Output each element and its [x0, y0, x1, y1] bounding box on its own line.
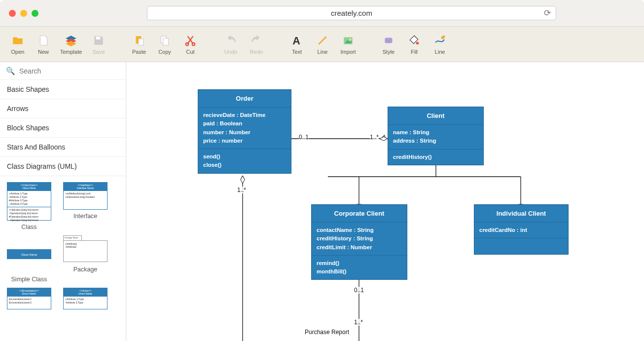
minimize-window-button[interactable] [20, 10, 27, 17]
svg-point-9 [192, 43, 195, 45]
line2-button[interactable]: Line [427, 34, 453, 55]
svg-rect-5 [139, 39, 143, 45]
svg-marker-23 [241, 176, 245, 184]
url-text: creately.com [331, 9, 372, 17]
open-button[interactable]: Open [5, 34, 31, 55]
cut-icon [184, 34, 197, 47]
shape-class[interactable]: <<ClassType>>Class Name +Attribute 1:Typ… [5, 182, 53, 230]
tool-label: Import [340, 49, 356, 55]
svg-point-14 [349, 38, 351, 40]
category-item[interactable]: Block Shapes [0, 118, 126, 138]
class-member: name : String [393, 128, 478, 137]
svg-rect-3 [96, 37, 101, 39]
uml-class-order[interactable]: Order recieveDate : DateTimepaid : Boole… [198, 89, 291, 174]
class-member: number : Number [203, 128, 286, 137]
tool-label: Template [60, 49, 82, 55]
class-member: paid : Boolean [203, 119, 286, 128]
save-icon [92, 34, 105, 47]
shape-enum[interactable]: <<Enumeration>>Enum Name EnumerationLite… [5, 288, 53, 309]
import-button[interactable]: Import [335, 34, 361, 55]
shape-label: Package [73, 266, 98, 273]
category-item[interactable]: Class Diagrams (UML) [0, 157, 126, 176]
open-icon [11, 34, 24, 47]
class-member: creditHistory() [393, 153, 478, 161]
svg-rect-7 [163, 38, 169, 45]
svg-marker-19 [382, 135, 387, 141]
tool-label: Save [92, 49, 105, 55]
line2-icon [433, 34, 446, 47]
template-button[interactable]: Template [56, 34, 86, 55]
tool-label: Line [435, 49, 445, 55]
class-member: creditCardNo : int [479, 226, 563, 234]
diagram-canvas[interactable]: Order recieveDate : DateTimepaid : Boole… [126, 62, 644, 341]
paste-icon [133, 34, 145, 47]
class-member: close() [203, 161, 286, 169]
tool-label: Cut [186, 49, 194, 55]
line-button[interactable]: Line [310, 34, 335, 55]
save-button[interactable]: Save [86, 34, 111, 55]
class-member: remind() [317, 259, 402, 267]
multiplicity-label: 0..1 [354, 287, 364, 294]
fill-button[interactable]: Fill [401, 34, 427, 55]
multiplicity-label: 0..1 [299, 134, 309, 141]
class-member: creditHistory : String [317, 234, 402, 243]
copy-button[interactable]: Copy [152, 34, 178, 55]
cut-button[interactable]: Cut [178, 34, 203, 55]
shape-union[interactable]: <<Union>>Union Name +Attribute 1:Type-At… [61, 288, 109, 309]
shape-simple-class[interactable]: Class Name Simple Class [5, 235, 53, 283]
text-button[interactable]: AText [284, 34, 310, 55]
shape-package[interactable]: Package Name +Attribute1-Attribute2 Pack… [61, 235, 109, 283]
class-member: address : String [393, 137, 478, 145]
tool-label: New [38, 49, 49, 55]
connector-label: Purchase Report [305, 329, 349, 336]
url-bar[interactable]: creately.com ⟳ [147, 6, 556, 20]
shape-interface[interactable]: <<Interface>>Interface Name +doMethod(st… [61, 182, 109, 230]
undo-icon [224, 34, 237, 47]
svg-point-16 [416, 42, 419, 44]
shape-label: Class [21, 224, 36, 230]
svg-marker-22 [241, 176, 245, 180]
tool-label: Fill [411, 49, 418, 55]
copy-icon [158, 34, 171, 47]
tool-label: Undo [224, 49, 237, 55]
paste-button[interactable]: Paste [126, 34, 152, 55]
category-item[interactable]: Stars And Balloons [0, 138, 126, 157]
class-title: Client [388, 107, 483, 125]
new-button[interactable]: New [31, 34, 56, 55]
class-title: Corporate Client [312, 205, 407, 223]
reload-icon[interactable]: ⟳ [544, 8, 551, 18]
category-item[interactable]: Arrows [0, 99, 126, 118]
search-icon: 🔍 [6, 67, 15, 76]
class-member: price : number [203, 137, 286, 145]
tool-label: Style [383, 49, 394, 55]
shape-label: Simple Class [11, 276, 47, 283]
svg-marker-20 [380, 137, 388, 141]
class-member: contactName : String [317, 226, 402, 234]
undo-button[interactable]: Undo [218, 34, 244, 55]
redo-icon [250, 34, 263, 47]
window-controls [9, 10, 38, 17]
shape-search-input[interactable] [19, 67, 120, 75]
svg-text:A: A [292, 35, 300, 47]
shape-sidebar: 🔍 Basic ShapesArrowsBlock ShapesStars An… [0, 62, 126, 341]
redo-button[interactable]: Redo [244, 34, 269, 55]
tool-label: Text [292, 49, 302, 55]
uml-class-individual[interactable]: Individual Client creditCardNo : int [474, 204, 569, 255]
category-item[interactable]: Basic Shapes [0, 80, 126, 99]
template-icon [65, 34, 77, 47]
svg-point-17 [440, 35, 445, 40]
uml-class-client[interactable]: Client name : Stringaddress : String cre… [388, 107, 484, 165]
tool-label: Paste [132, 49, 146, 55]
browser-titlebar: creately.com ⟳ [0, 0, 644, 27]
style-icon [382, 34, 395, 47]
style-button[interactable]: Style [376, 34, 401, 55]
uml-class-corporate[interactable]: Corporate Client contactName : Stringcre… [311, 204, 407, 280]
tool-label: Open [11, 49, 25, 55]
tool-label: Copy [158, 49, 171, 55]
svg-point-8 [186, 43, 188, 45]
multiplicity-label: 1..* [237, 187, 246, 193]
class-title: Individual Client [474, 205, 568, 223]
line-icon [316, 34, 329, 47]
maximize-window-button[interactable] [32, 10, 38, 17]
close-window-button[interactable] [9, 10, 16, 17]
